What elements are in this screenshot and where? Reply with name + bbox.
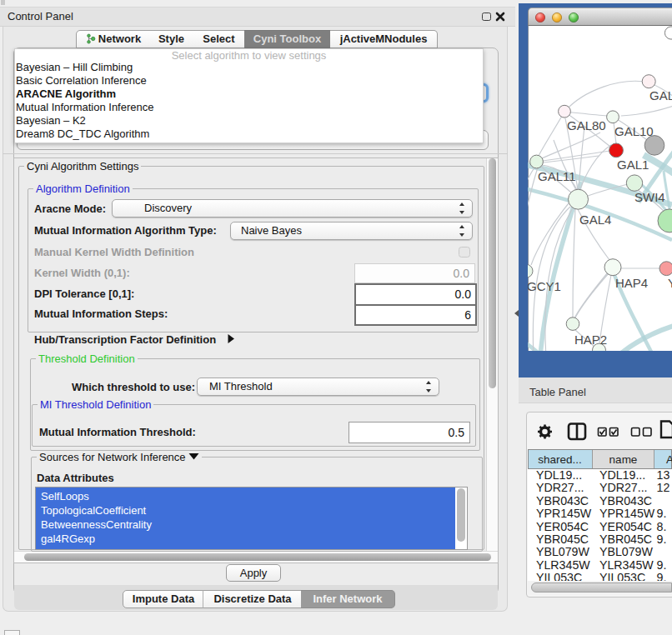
svg-text:SWI4: SWI4	[634, 190, 665, 204]
svg-text:HAP2: HAP2	[574, 332, 607, 347]
svg-text:GAL10: GAL10	[614, 124, 654, 138]
svg-text:GCY1: GCY1	[528, 279, 561, 293]
svg-text:Y: Y	[668, 276, 672, 290]
svg-text:GAL1: GAL1	[617, 158, 649, 172]
svg-text:GAL7: GAL7	[649, 88, 672, 102]
svg-text:HAP4: HAP4	[615, 276, 648, 290]
svg-text:GAL11: GAL11	[538, 169, 576, 183]
svg-text:GAL4: GAL4	[579, 212, 611, 227]
svg-text:GAL80: GAL80	[567, 118, 606, 132]
